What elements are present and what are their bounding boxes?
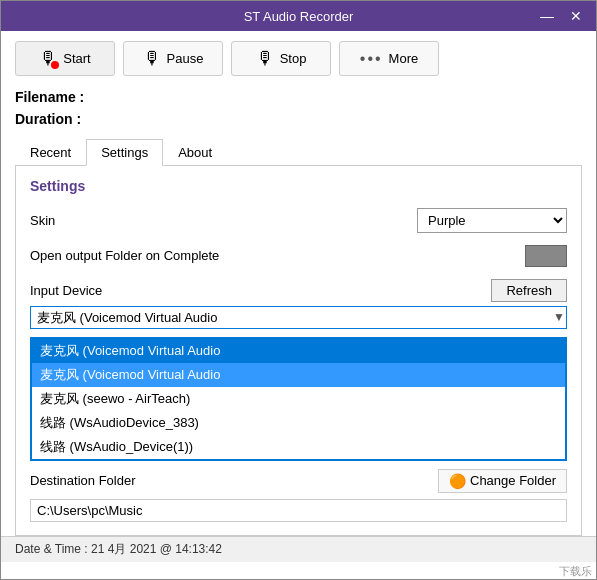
status-text: Date & Time : 21 4月 2021 @ 14:13:42 (15, 542, 222, 556)
device-item-3[interactable]: 线路 (WsAudioDevice_383) (32, 411, 565, 435)
skin-row: Skin Purple (30, 208, 567, 233)
input-device-row: Input Device Refresh (30, 279, 567, 302)
tab-recent-label: Recent (30, 145, 71, 160)
open-output-control (525, 245, 567, 267)
input-device-control: Refresh (491, 279, 567, 302)
tab-recent[interactable]: Recent (15, 139, 86, 166)
more-button[interactable]: ••• More (339, 41, 439, 76)
input-device-label: Input Device (30, 283, 491, 298)
start-label: Start (63, 51, 90, 66)
open-output-toggle[interactable] (525, 245, 567, 267)
tab-bar: Recent Settings About (15, 139, 582, 166)
device-item-4[interactable]: 线路 (WsAudio_Device(1)) (32, 435, 565, 459)
main-window: ST Audio Recorder — ✕ 🎙 Start 🎙 Pause 🎙 … (0, 0, 597, 580)
more-dots-icon: ••• (360, 50, 383, 68)
tab-about-label: About (178, 145, 212, 160)
minimize-button[interactable]: — (534, 4, 560, 28)
path-input[interactable] (30, 499, 567, 522)
stop-mic-icon: 🎙 (256, 48, 274, 69)
open-output-label: Open output Folder on Complete (30, 248, 525, 263)
folder-icon: 🟠 (449, 473, 466, 489)
refresh-button[interactable]: Refresh (491, 279, 567, 302)
file-info: Filename : Duration : (15, 86, 582, 131)
skin-control: Purple (417, 208, 567, 233)
watermark: 下载乐 (1, 564, 596, 579)
content-area: 🎙 Start 🎙 Pause 🎙 Stop ••• More Filename… (1, 31, 596, 536)
device-item-2[interactable]: 麦克风 (seewo - AirTeach) (32, 387, 565, 411)
stop-button[interactable]: 🎙 Stop (231, 41, 331, 76)
close-button[interactable]: ✕ (564, 4, 588, 28)
change-folder-label: Change Folder (470, 473, 556, 488)
change-folder-button[interactable]: 🟠 Change Folder (438, 469, 567, 493)
skin-select[interactable]: Purple (417, 208, 567, 233)
device-list: 麦克风 (Voicemod Virtual Audio 麦克风 (Voicemo… (30, 337, 567, 461)
tab-about[interactable]: About (163, 139, 227, 166)
pause-label: Pause (167, 51, 204, 66)
window-title: ST Audio Recorder (244, 9, 354, 24)
skin-label: Skin (30, 213, 417, 228)
pause-mic-icon: 🎙 (143, 48, 161, 69)
filename-line: Filename : (15, 86, 582, 108)
device-select-container: 麦克风 (Voicemod Virtual Audio ▼ (30, 306, 567, 329)
pause-button[interactable]: 🎙 Pause (123, 41, 223, 76)
start-button[interactable]: 🎙 Start (15, 41, 115, 76)
duration-line: Duration : (15, 108, 582, 130)
device-dropdown-header[interactable]: 麦克风 (Voicemod Virtual Audio (30, 306, 567, 329)
settings-section-title: Settings (30, 178, 567, 194)
window-controls: — ✕ (534, 4, 588, 28)
record-indicator (51, 61, 59, 69)
start-mic-icon: 🎙 (39, 48, 57, 69)
title-bar: ST Audio Recorder — ✕ (1, 1, 596, 31)
settings-panel: Settings Skin Purple Open output Folder … (15, 166, 582, 536)
device-item-1[interactable]: 麦克风 (Voicemod Virtual Audio (32, 363, 565, 387)
destination-folder-row: Destination Folder 🟠 Change Folder (30, 469, 567, 493)
tab-settings[interactable]: Settings (86, 139, 163, 166)
destination-label: Destination Folder (30, 473, 438, 488)
open-output-row: Open output Folder on Complete (30, 245, 567, 267)
toolbar: 🎙 Start 🎙 Pause 🎙 Stop ••• More (15, 41, 582, 76)
tab-settings-label: Settings (101, 145, 148, 160)
more-label: More (389, 51, 419, 66)
status-bar: Date & Time : 21 4月 2021 @ 14:13:42 (1, 536, 596, 562)
device-item-0[interactable]: 麦克风 (Voicemod Virtual Audio (32, 339, 565, 363)
stop-label: Stop (280, 51, 307, 66)
